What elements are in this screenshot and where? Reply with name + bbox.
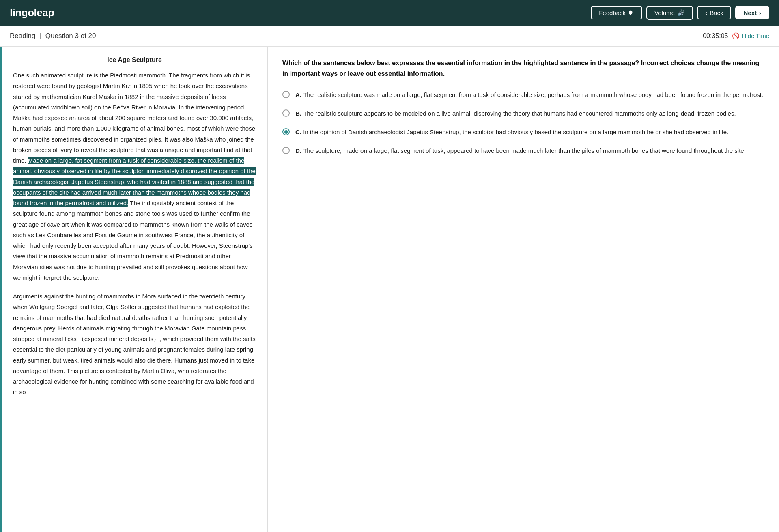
passage-text-before-highlight: One such animated sculpture is the Piedm…	[13, 72, 255, 164]
volume-label: Volume	[654, 9, 675, 16]
header-button-group: Feedback 🗣 Volume 🔊 ‹ Back Next ›	[591, 6, 769, 20]
back-label: Back	[710, 9, 723, 16]
option-a-text: A. The realistic sculpture was made on a…	[295, 90, 763, 100]
back-button[interactable]: ‹ Back	[697, 6, 731, 19]
volume-icon: 🔊	[677, 9, 685, 17]
passage-text-after-highlight: The indisputably ancient context of the …	[13, 200, 253, 281]
main-content: Ice Age Sculpture One such animated scul…	[0, 47, 779, 532]
subheader: Reading | Question 3 of 20 00:35:05 🚫 Hi…	[0, 26, 779, 47]
breadcrumb-separator: |	[39, 32, 41, 40]
option-d[interactable]: D. The sculpture, made on a large, flat …	[282, 146, 764, 156]
hide-time-label: Hide Time	[742, 32, 769, 39]
radio-d[interactable]	[282, 147, 290, 154]
option-b-text: B. The realistic sculpture appears to be…	[295, 109, 736, 118]
breadcrumb: Reading | Question 3 of 20	[10, 32, 96, 40]
next-arrow-icon: ›	[759, 9, 761, 16]
passage-panel: Ice Age Sculpture One such animated scul…	[0, 47, 268, 532]
option-b[interactable]: B. The realistic sculpture appears to be…	[282, 109, 764, 118]
section-label: Reading	[10, 32, 35, 40]
radio-b[interactable]	[282, 109, 290, 117]
eye-slash-icon: 🚫	[732, 32, 740, 40]
radio-c[interactable]	[282, 128, 290, 135]
passage-paragraph-2: Arguments against the hunting of mammoth…	[13, 291, 256, 398]
passage-title: Ice Age Sculpture	[13, 56, 256, 64]
timer-display: 00:35:05	[703, 32, 728, 40]
option-d-text: D. The sculpture, made on a large, flat …	[295, 146, 746, 156]
question-info: Question 3 of 20	[45, 32, 96, 40]
question-panel: Which of the sentences below best expres…	[268, 47, 779, 532]
app-header: lingoleap Feedback 🗣 Volume 🔊 ‹ Back Nex…	[0, 0, 779, 26]
next-label: Next	[743, 9, 757, 16]
hide-time-button[interactable]: 🚫 Hide Time	[732, 32, 769, 40]
question-text: Which of the sentences below best expres…	[282, 58, 764, 79]
volume-button[interactable]: Volume 🔊	[646, 6, 693, 20]
passage-paragraph-1: One such animated sculpture is the Piedm…	[13, 70, 256, 283]
feedback-icon: 🗣	[628, 9, 634, 16]
feedback-label: Feedback	[599, 9, 626, 16]
option-c-label: C.	[295, 129, 303, 135]
next-button[interactable]: Next ›	[735, 6, 769, 19]
back-arrow-icon: ‹	[705, 9, 707, 16]
option-c[interactable]: C. In the opinion of Danish archaeologis…	[282, 127, 764, 137]
option-d-label: D.	[295, 147, 303, 154]
feedback-button[interactable]: Feedback 🗣	[591, 6, 642, 19]
option-c-text: C. In the opinion of Danish archaeologis…	[295, 127, 728, 137]
option-a-label: A.	[295, 91, 303, 98]
passage-text-p2: Arguments against the hunting of mammoth…	[13, 293, 256, 395]
radio-a[interactable]	[282, 91, 290, 98]
app-logo: lingoleap	[10, 6, 54, 19]
option-a[interactable]: A. The realistic sculpture was made on a…	[282, 90, 764, 100]
timer-area: 00:35:05 🚫 Hide Time	[703, 32, 769, 40]
option-b-label: B.	[295, 110, 303, 117]
